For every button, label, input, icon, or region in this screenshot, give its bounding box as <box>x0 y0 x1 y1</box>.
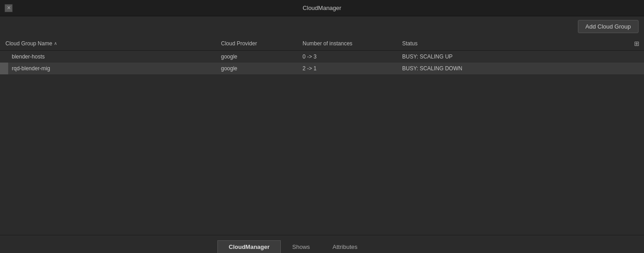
window-title: CloudManager <box>303 5 341 11</box>
table-row[interactable]: blender-hosts google 0 -> 3 BUSY: SCALIN… <box>0 51 644 63</box>
app-window: ✕ CloudManager Add Cloud Group Cloud Gro… <box>0 0 644 253</box>
tab-attributes-label: Attributes <box>332 243 357 250</box>
row-instances-cell: 0 -> 3 <box>299 54 399 60</box>
close-button[interactable]: ✕ <box>5 4 13 12</box>
row-indicator <box>0 63 8 74</box>
sort-icon: ∧ <box>54 41 57 46</box>
grid-view-icon[interactable]: ⊞ <box>634 40 639 47</box>
tab-bar: CloudManager Shows Attributes <box>0 235 644 253</box>
row-name-cell: rqd-blender-mig <box>8 65 217 72</box>
toolbar: Add Cloud Group <box>0 16 644 36</box>
column-header-name-label: Cloud Group Name <box>5 40 52 47</box>
table-body: blender-hosts google 0 -> 3 BUSY: SCALIN… <box>0 51 644 235</box>
column-header-status[interactable]: Status <box>399 40 644 47</box>
tab-cloudmanager-label: CloudManager <box>229 243 269 250</box>
table-container: Cloud Group Name ∧ Cloud Provider Number… <box>0 36 644 235</box>
row-name-cell: blender-hosts <box>8 54 217 60</box>
tab-shows[interactable]: Shows <box>281 240 321 253</box>
row-instances-cell: 2 -> 1 <box>299 65 399 72</box>
table-row[interactable]: rqd-blender-mig google 2 -> 1 BUSY: SCAL… <box>0 63 644 74</box>
row-provider-cell: google <box>217 65 299 72</box>
add-cloud-group-button[interactable]: Add Cloud Group <box>578 20 639 33</box>
tab-cloudmanager[interactable]: CloudManager <box>217 240 281 253</box>
column-header-name[interactable]: Cloud Group Name ∧ <box>0 40 217 47</box>
title-bar: ✕ CloudManager <box>0 0 644 16</box>
tab-attributes[interactable]: Attributes <box>321 240 369 253</box>
tab-shows-label: Shows <box>292 243 310 250</box>
row-indicator <box>0 51 8 63</box>
table-header: Cloud Group Name ∧ Cloud Provider Number… <box>0 36 644 51</box>
row-provider-cell: google <box>217 54 299 60</box>
column-header-instances[interactable]: Number of instances <box>299 40 399 47</box>
row-status-cell: BUSY: SCALING UP <box>399 54 644 60</box>
column-header-provider[interactable]: Cloud Provider <box>217 40 299 47</box>
close-icon: ✕ <box>7 5 11 11</box>
row-status-cell: BUSY: SCALING DOWN <box>399 65 644 72</box>
